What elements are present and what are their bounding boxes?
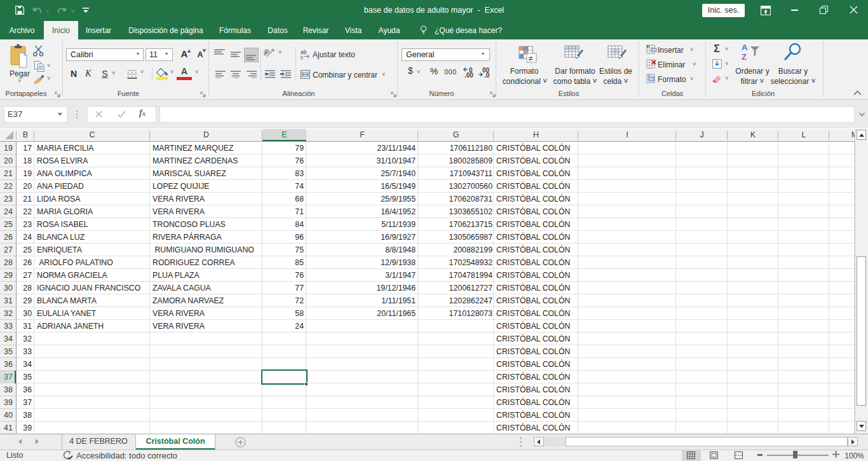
svg-text:,0: ,0 — [484, 72, 490, 78]
svg-text:,00: ,00 — [465, 72, 473, 78]
svg-text:A: A — [742, 43, 748, 52]
svg-text:≠: ≠ — [529, 54, 533, 63]
svg-text:Z: Z — [742, 52, 747, 62]
